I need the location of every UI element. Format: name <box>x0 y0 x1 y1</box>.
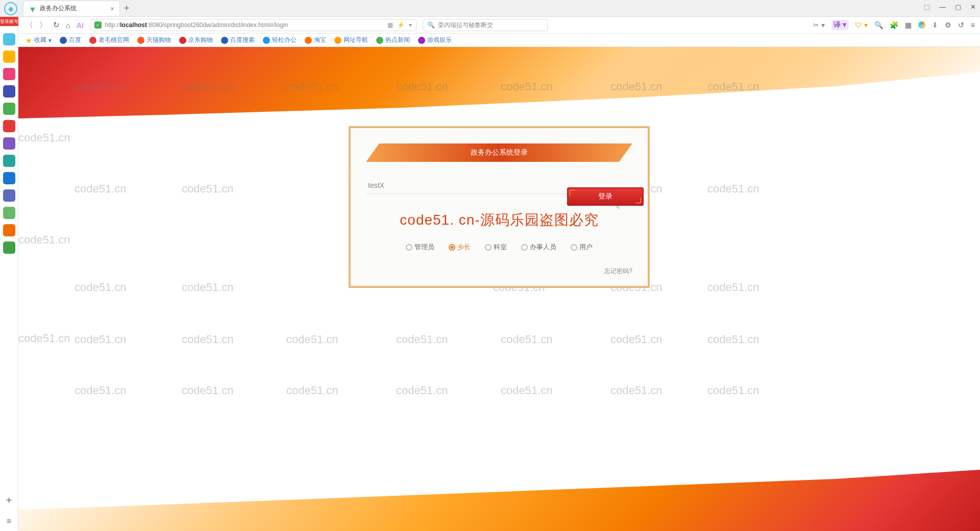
security-icon[interactable]: 🛡 ▾ <box>855 21 868 29</box>
watermark-text: code51.cn <box>396 384 448 397</box>
watermark-text: code51.cn <box>707 182 760 196</box>
favicon-icon <box>334 37 341 44</box>
new-tab-button[interactable]: + <box>124 3 130 14</box>
forgot-password-link[interactable]: 忘记密码? <box>366 267 632 276</box>
side-app-icon[interactable] <box>3 172 15 184</box>
dropdown-icon[interactable]: ▾ <box>409 21 412 29</box>
watermark-text: code51.cn <box>18 233 70 247</box>
role-radio-group: 管理员 乡长 科室 办事人员 用户 <box>366 243 632 252</box>
side-app-icon[interactable] <box>3 85 15 98</box>
download-icon[interactable]: ⬇ <box>932 21 938 29</box>
bookmark-item[interactable]: 游戏娱乐 <box>418 36 452 44</box>
apps-icon[interactable]: ▦ <box>905 21 912 29</box>
favorites-button[interactable]: ★收藏 ▾ <box>26 36 52 44</box>
side-app-icon[interactable] <box>3 155 15 167</box>
watermark-text: code51.cn <box>75 182 127 196</box>
radio-icon <box>406 244 412 251</box>
side-app-icon[interactable] <box>3 103 15 115</box>
bookmark-item[interactable]: 京东购物 <box>179 36 213 44</box>
watermark-text: code51.cn <box>707 333 760 346</box>
login-badge[interactable]: 登录账号 <box>0 17 18 26</box>
watermark-text: code51.cn <box>286 384 338 397</box>
watermark-text: code51.cn <box>75 333 127 346</box>
add-button[interactable]: + <box>6 495 12 506</box>
side-app-icon[interactable] <box>3 242 15 254</box>
search-input[interactable]: 🔍 委内瑞拉与秘鲁断交 <box>423 19 548 31</box>
close-icon[interactable]: × <box>110 5 114 13</box>
bookmark-item[interactable]: 淘宝 <box>305 36 326 44</box>
window-controls: ⬚ — ▢ ✕ <box>924 3 976 11</box>
pip-button[interactable]: ⬚ <box>924 3 930 11</box>
radio-icon <box>485 244 492 251</box>
close-window-button[interactable]: ✕ <box>970 3 976 11</box>
role-radio-department[interactable]: 科室 <box>485 243 507 252</box>
side-app-icon[interactable] <box>3 68 15 80</box>
list-icon[interactable]: ≡ <box>7 517 11 526</box>
favicon-icon <box>89 37 96 44</box>
side-app-icon[interactable] <box>3 51 15 63</box>
side-app-icon[interactable] <box>3 224 15 236</box>
page-content: code51.cncode51.cncode51.cncode51.cncode… <box>18 47 980 531</box>
search-icon: 🔍 <box>427 21 435 29</box>
watermark-text: code51.cn <box>396 333 448 346</box>
role-radio-user[interactable]: 用户 <box>571 243 593 252</box>
forward-button[interactable]: 〉 <box>39 20 47 30</box>
browser-tab[interactable]: ▼ 政务办公系统 × <box>23 1 120 16</box>
side-app-icon[interactable] <box>3 207 15 219</box>
side-app-icon[interactable] <box>3 33 15 45</box>
favicon-icon <box>221 37 228 44</box>
rainbow-icon[interactable] <box>918 21 925 29</box>
role-radio-admin[interactable]: 管理员 <box>406 243 434 252</box>
side-app-icon[interactable] <box>3 120 15 132</box>
side-app-icon[interactable] <box>3 189 15 202</box>
watermark-text: code51.cn <box>501 384 553 397</box>
login-panel: 政务办公系统登录 code51. cn-源码乐园盗图必究 管理员 乡长 科室 办… <box>349 126 650 288</box>
flash-icon[interactable]: ⚡ <box>397 21 405 29</box>
login-header: 政务办公系统登录 <box>366 143 632 162</box>
extensions-icon[interactable]: 🧩 <box>890 21 898 29</box>
address-bar[interactable]: ✓ http://localhost:8080/springboot260dw/… <box>90 19 416 31</box>
decorative-wave-top <box>18 47 980 118</box>
bookmark-item[interactable]: 天猫购物 <box>137 36 171 44</box>
reload-button[interactable]: ↻ <box>53 20 60 30</box>
watermark-text: code51.cn <box>182 182 234 196</box>
menu-icon[interactable]: ≡ <box>971 21 975 29</box>
search-placeholder: 委内瑞拉与秘鲁断交 <box>438 21 493 30</box>
star-icon: ★ <box>26 36 32 44</box>
radio-icon <box>449 244 455 251</box>
tab-bar: ▼ 政务办公系统 × + <box>0 0 980 17</box>
watermark-text: code51.cn <box>18 332 70 345</box>
translate-icon[interactable]: 译 ▾ <box>831 20 848 30</box>
favicon-icon <box>263 37 270 44</box>
minimize-button[interactable]: — <box>939 3 946 11</box>
bookmark-item[interactable]: 网址导航 <box>334 36 368 44</box>
bookmark-item[interactable]: 百度搜索 <box>221 36 255 44</box>
bookmark-item[interactable]: 百度 <box>60 36 81 44</box>
zoom-icon[interactable]: 🔍 <box>874 21 883 29</box>
role-radio-staff[interactable]: 办事人员 <box>521 243 556 252</box>
maximize-button[interactable]: ▢ <box>955 3 961 11</box>
watermark-text: code51.cn <box>707 384 760 397</box>
qr-icon[interactable]: ▦ <box>387 21 393 29</box>
cursor-icon: ☟ <box>616 203 620 211</box>
favicon-icon <box>305 37 312 44</box>
tab-title: 政务办公系统 <box>40 4 106 13</box>
nav-bar: 〈 〉 ↻ ⌂ AI ✓ http://localhost:8080/sprin… <box>0 17 980 34</box>
favicon-icon <box>179 37 186 44</box>
role-radio-mayor[interactable]: 乡长 <box>449 243 471 252</box>
favicon-icon <box>376 37 383 44</box>
bookmark-item[interactable]: 老毛桃官网 <box>89 36 129 44</box>
restore-icon[interactable]: ↺ <box>958 21 964 29</box>
bookmark-item[interactable]: 热点新闻 <box>376 36 410 44</box>
scissors-icon[interactable]: ✂ ▾ <box>813 21 825 29</box>
side-app-icon[interactable] <box>3 137 15 150</box>
login-button[interactable]: 登录 <box>567 187 644 206</box>
back-button[interactable]: 〈 <box>26 20 33 30</box>
ai-icon[interactable]: AI <box>77 21 84 30</box>
vue-icon: ▼ <box>29 5 36 12</box>
settings-icon[interactable]: ⚙ <box>945 21 951 29</box>
home-button[interactable]: ⌂ <box>66 21 70 30</box>
bookmark-item[interactable]: 轻松办公 <box>263 36 297 44</box>
watermark-text: code51.cn <box>707 281 760 294</box>
watermark-text: code51.cn <box>610 384 663 397</box>
